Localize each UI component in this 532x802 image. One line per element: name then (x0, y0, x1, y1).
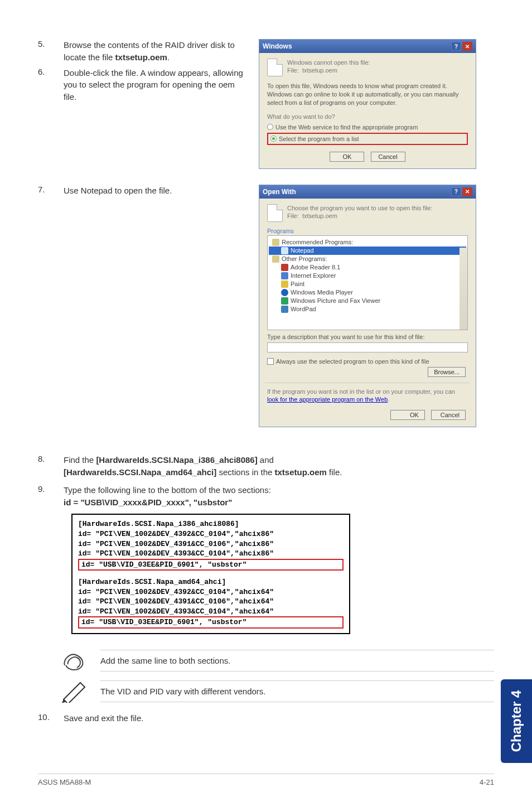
step-number: 8. (38, 454, 50, 479)
radio-icon (270, 136, 277, 142)
list-item[interactable]: Paint (269, 280, 466, 288)
step-text: Find the [HardwareIds.SCSI.Napa_i386_ahc… (64, 454, 342, 479)
folder-icon (272, 255, 279, 263)
list-item[interactable]: WordPad (269, 305, 466, 313)
description-label: Type a description that you want to use … (267, 334, 468, 340)
note-callout: The VID and PID vary with different vend… (60, 678, 494, 704)
checkbox-label: Always use the selected program to open … (276, 358, 429, 365)
step-9: 9. Type the following line to the bottom… (38, 484, 494, 509)
list-item[interactable]: Internet Explorer (269, 272, 466, 280)
help-icon[interactable]: ? (451, 187, 461, 196)
text-bold: [HardwareIds.SCSI.Napa_i386_ahci8086] (96, 455, 257, 465)
step-7: 7. Use Notepad to open the file. (38, 185, 249, 197)
close-icon[interactable]: ✕ (462, 187, 472, 196)
wordpad-icon (281, 306, 288, 313)
step-number: 7. (38, 185, 50, 197)
ok-button[interactable]: OK (330, 152, 364, 162)
dialog-heading: Choose the program you want to use to op… (287, 204, 433, 212)
footer-page-number: 4-21 (480, 778, 494, 786)
ok-button[interactable]: OK (390, 410, 425, 420)
list-item-notepad[interactable]: Notepad (269, 247, 466, 255)
prompt: What do you want to do? (267, 113, 468, 120)
help-icon[interactable]: ? (451, 42, 461, 51)
step-text: Browse the contents of the RAID driver d… (64, 39, 249, 64)
text: Find the (64, 455, 96, 465)
note-text: The VID and PID vary with different vend… (100, 683, 494, 699)
close-icon[interactable]: ✕ (462, 42, 472, 51)
scrollbar[interactable] (460, 248, 467, 330)
item-label: WordPad (291, 306, 316, 312)
cancel-button[interactable]: Cancel (431, 410, 466, 420)
dialog-title: Open With (263, 188, 296, 196)
file-name: txtsetup.oem (302, 67, 337, 74)
folder-icon (272, 239, 279, 246)
code-line: id= "PCI\VEN_1002&DEV_4392&CC_0104","ahc… (78, 587, 344, 597)
list-item[interactable]: Windows Media Player (269, 288, 466, 297)
highlighted-option: Select the program from a list (267, 133, 468, 145)
text: If the program you want is not in the li… (267, 388, 455, 395)
dialog-title: Windows (263, 42, 292, 50)
step-number: 9. (38, 484, 50, 509)
step-10: 10. Save and exit the file. (38, 712, 494, 724)
radio-label: Select the program from a list (279, 136, 359, 142)
code-line: id= "PCI\VEN_1002&DEV_4393&CC_0104","ahc… (78, 607, 344, 617)
dialog-titlebar: Open With ? ✕ (259, 185, 476, 199)
dialog-titlebar: Windows ? ✕ (259, 40, 476, 53)
text-bold: id = "USB\VID_xxxx&PID_xxxx", "usbstor" (64, 497, 232, 507)
pencil-icon (60, 679, 88, 703)
highlighted-code-line: id= "USB\VID_03EE&PID_6901", "usbstor" (78, 559, 344, 571)
step-text: Double-click the file. A window appears,… (64, 67, 249, 103)
checkbox-icon (267, 358, 274, 365)
text-bold: txtsetup.oem (275, 467, 327, 477)
radio-web-service[interactable]: Use the Web service to find the appropri… (267, 124, 468, 131)
always-use-checkbox[interactable]: Always use the selected program to open … (267, 358, 468, 365)
item-label: Windows Media Player (291, 289, 353, 296)
code-line: id= "PCI\VEN_1002&DEV_4392&CC_0104","ahc… (78, 529, 344, 539)
step-number: 5. (38, 39, 50, 64)
file-label: File: (287, 212, 299, 219)
group-label: Recommended Programs: (282, 239, 353, 245)
dialog-paragraph: To open this file, Windows needs to know… (267, 82, 468, 107)
programs-listbox[interactable]: Recommended Programs: Notepad Other Prog… (267, 235, 468, 330)
step-8: 8. Find the [HardwareIds.SCSI.Napa_i386_… (38, 454, 494, 479)
browse-button[interactable]: Browse... (428, 367, 466, 377)
step-number: 6. (38, 67, 50, 103)
file-icon (267, 204, 283, 222)
step-5: 5. Browse the contents of the RAID drive… (38, 39, 249, 64)
picviewer-icon (281, 297, 288, 305)
radio-label: Use the Web service to find the appropri… (275, 124, 418, 131)
open-with-dialog: Open With ? ✕ Choose the program you wan… (259, 185, 476, 428)
list-group-recommended: Recommended Programs: (269, 238, 466, 247)
paperclip-icon (60, 649, 88, 672)
radio-select-from-list[interactable]: Select the program from a list (270, 136, 465, 142)
code-line: id= "PCI\VEN_1002&DEV_4391&CC_0106","ahc… (78, 597, 344, 607)
web-hint: If the program you want is not in the li… (267, 388, 468, 404)
code-line: [HardwareIds.SCSI.Napa_i386_ahci8086] (78, 519, 344, 529)
filename-bold: txtsetup.oem (115, 52, 167, 62)
cancel-button[interactable]: Cancel (371, 152, 405, 162)
step-text: Save and exit the file. (64, 712, 143, 724)
footer-rule (38, 774, 494, 774)
text: . (167, 52, 170, 62)
web-link[interactable]: look for the appropriate program on the … (267, 396, 388, 403)
text: sections in the (216, 467, 274, 477)
step-number: 10. (38, 712, 50, 724)
item-label: Paint (291, 281, 304, 287)
file-name: txtsetup.oem (302, 212, 337, 219)
page-footer: ASUS M5A88-M 4-21 (38, 778, 494, 786)
radio-icon (267, 124, 273, 130)
ie-icon (281, 272, 288, 279)
item-label: Internet Explorer (291, 272, 336, 279)
description-input[interactable] (267, 342, 468, 352)
list-item[interactable]: Windows Picture and Fax Viewer (269, 297, 466, 305)
item-label: Windows Picture and Fax Viewer (291, 297, 380, 304)
code-line: id= "PCI\VEN_1002&DEV_4393&CC_0104","ahc… (78, 549, 344, 559)
code-line: [HardwareIds.SCSI.Napa_amd64_ahci] (78, 577, 344, 587)
group-label: Other Programs: (282, 255, 327, 262)
step-text: Type the following line to the bottom of… (64, 484, 271, 509)
text: . (388, 396, 389, 403)
code-line: id= "PCI\VEN_1002&DEV_4391&CC_0106","ahc… (78, 539, 344, 549)
list-item[interactable]: Adobe Reader 8.1 (269, 263, 466, 272)
highlighted-code-line: id= "USB\VID_03EE&PID_6901", "usbstor" (78, 616, 344, 629)
step-text: Use Notepad to open the file. (64, 185, 172, 197)
